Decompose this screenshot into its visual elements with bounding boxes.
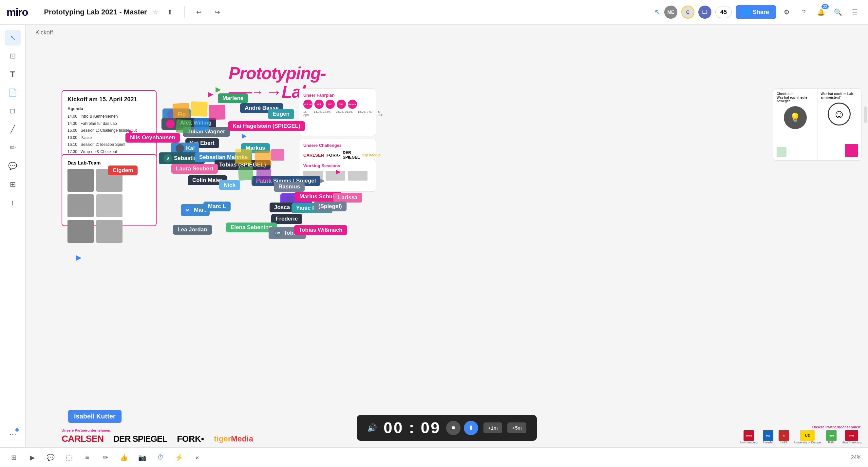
working-sessions-card: Working Sessions <box>299 159 376 192</box>
volume-icon[interactable]: 🔊 <box>367 424 378 433</box>
tag-spiegel-small[interactable]: (Spiegel) <box>314 202 346 211</box>
logo-spiegel: DER SPIEGEL <box>113 434 167 444</box>
bottom-play[interactable]: ▶ <box>25 450 39 465</box>
sidebar-item-comment[interactable]: 💬 <box>5 158 21 174</box>
agenda-label: Agenda <box>67 106 151 111</box>
upload-button[interactable]: ⬆ <box>163 6 177 19</box>
sticky3 <box>209 105 226 120</box>
sidebar-item-text[interactable]: T <box>5 66 21 82</box>
fahrplan-dates: 15. April14.04.-17.04.28.04.-01.05.18.06… <box>303 110 372 117</box>
timer-stop-button[interactable]: ■ <box>446 421 461 435</box>
timer-plus1m[interactable]: +1m <box>484 422 502 433</box>
bottom-edit[interactable]: ✏ <box>98 450 113 465</box>
bottom-camera[interactable]: 📷 <box>135 450 149 465</box>
cursor-pink2: ▶ <box>129 128 133 135</box>
logo-ue-text: University of Europe <box>794 441 821 444</box>
bottom-comment[interactable]: 💬 <box>43 450 58 465</box>
circle3: W6 <box>326 99 335 109</box>
bottom-frames[interactable]: ⊞ <box>6 450 21 465</box>
checkout-card: Check-outWas hat euch heute bewegt? 💡 Wa… <box>773 88 862 160</box>
sidebar-item-shapes[interactable]: □ <box>5 103 21 119</box>
sidebar-item-frames[interactable]: ⊡ <box>5 48 21 64</box>
sidebar-item-line[interactable]: ╱ <box>5 122 21 137</box>
timer-pause-button[interactable]: ⏸ <box>464 421 478 435</box>
sticky4 <box>176 119 191 133</box>
cursor-gray1: ▶ <box>320 177 325 184</box>
logo-ue-icon: UE <box>800 430 815 441</box>
tag-lea[interactable]: Lea Jordan <box>173 225 212 235</box>
logo-haw2-text: HAW Hamburg <box>842 441 862 444</box>
bottom-timer[interactable]: ⏱ <box>153 450 168 465</box>
tag-larissa[interactable]: Larissa <box>334 193 362 203</box>
team-photos <box>67 169 151 243</box>
timer-plus5m[interactable]: +5m <box>507 422 526 433</box>
logo-hms-text: HMS <box>780 441 787 444</box>
challenge-fork: FORK▪ <box>327 153 340 157</box>
help-button[interactable]: ? <box>797 6 810 19</box>
timer-badge: 45 <box>715 6 732 18</box>
avatar-me[interactable]: ME <box>664 6 677 19</box>
menu-button[interactable]: ☰ <box>848 6 862 19</box>
timer-minutes: 00 <box>383 419 404 437</box>
cursor-blue2: ▶ <box>76 253 82 262</box>
team-card: Das Lab-Team <box>62 154 157 226</box>
settings-button[interactable]: ⚙ <box>780 6 793 19</box>
sticky-yellow-green <box>777 147 786 157</box>
sticky-cluster2 <box>235 149 287 241</box>
agenda-item: 14.30 Fahrplan für das Lab <box>67 120 151 127</box>
sidebar-item-sticky[interactable]: 📄 <box>5 85 21 100</box>
sidebar-item-upload[interactable]: ↑ <box>5 195 21 211</box>
fahrplan-title: Unser Fahrplan <box>303 93 372 98</box>
board-title[interactable]: Prototyping Lab 2021 - Master <box>44 8 147 17</box>
logo-haw2: HAW HAW Hamburg <box>842 430 862 444</box>
star-icon[interactable]: ☆ <box>152 8 158 16</box>
avatar-c[interactable]: C <box>681 6 694 19</box>
sidebar-item-frames2[interactable]: ⊞ <box>5 177 21 193</box>
bottom-like[interactable]: 👍 <box>117 450 131 465</box>
tag-text: Eugen <box>273 111 289 117</box>
sticky5 <box>194 118 209 132</box>
avatar-lj[interactable]: LJ <box>698 6 711 19</box>
bottom-list[interactable]: ≡ <box>80 450 94 465</box>
search-button[interactable]: 🔍 <box>831 6 844 19</box>
team-title: Das Lab-Team <box>67 160 151 166</box>
bottombar: ⊞ ▶ 💬 ⬚ ≡ ✏ 👍 📷 ⏱ ⚡ « 24% <box>0 447 868 467</box>
challenge-tiger: tigerMedia <box>362 153 380 157</box>
tag-isabell[interactable]: Isabell Kutter <box>68 410 122 423</box>
partner-label: Unsere Partnerunternehmen: <box>62 428 253 432</box>
notifications-container[interactable]: ? <box>797 6 810 19</box>
checkout-q1: Check-outWas hat euch heute bewegt? <box>777 92 814 103</box>
share-button[interactable]: 🌐 Share <box>736 5 776 19</box>
tag-eugen[interactable]: Eugen <box>268 109 294 119</box>
sidebar-item-more[interactable]: ⋯ <box>5 426 21 442</box>
logo-fhm-icon: FHM <box>826 430 837 441</box>
sidebar-item-pen[interactable]: ✏ <box>5 140 21 156</box>
tag-text: Larissa <box>338 194 358 201</box>
fahrplan-circles: Kick off W4 W6 W8 Reveal <box>303 99 372 109</box>
notification-count: 22 <box>822 4 829 9</box>
tag-tobias-wissm[interactable]: Tobias Wißmach <box>294 225 347 235</box>
bottom-lightning[interactable]: ⚡ <box>172 450 186 465</box>
logo-tiger: tigerMedia <box>214 434 253 443</box>
circle1: Kick off <box>303 99 312 109</box>
undo-button[interactable]: ↩ <box>193 6 206 19</box>
bottom-reaction[interactable]: ⬚ <box>62 450 76 465</box>
timer-controls: ■ ⏸ <box>446 421 478 435</box>
timer-colon: : <box>409 419 415 437</box>
cursor-mode-icon[interactable]: ↖ <box>654 8 660 17</box>
bottom-collapse[interactable]: « <box>190 450 205 465</box>
tag-kai-hagelstein[interactable]: Kai Hagelstein (SPIEGEL) <box>228 121 305 131</box>
tag-text: (Spiegel) <box>318 203 342 210</box>
canvas[interactable]: Kickoff Prototyping- ——→→Lab· Kickoff am… <box>26 25 868 447</box>
tag-text: Tobias Wißmach <box>299 227 343 233</box>
redo-button[interactable]: ↪ <box>211 6 224 19</box>
s2 <box>254 150 272 166</box>
challenge-spiegel: DER SPIEGEL <box>343 150 360 159</box>
timer-display: 🔊 00 : 09 ■ ⏸ +1m +5m <box>357 415 537 441</box>
tag-cigdem[interactable]: Cigdem <box>108 166 137 175</box>
sticky-pink <box>845 144 858 157</box>
sidebar-item-cursor[interactable]: ↖ <box>5 30 21 46</box>
photo6 <box>96 220 123 243</box>
topbar: miro Prototyping Lab 2021 - Master ☆ ⬆ ↩… <box>0 0 868 25</box>
divider <box>36 6 36 18</box>
